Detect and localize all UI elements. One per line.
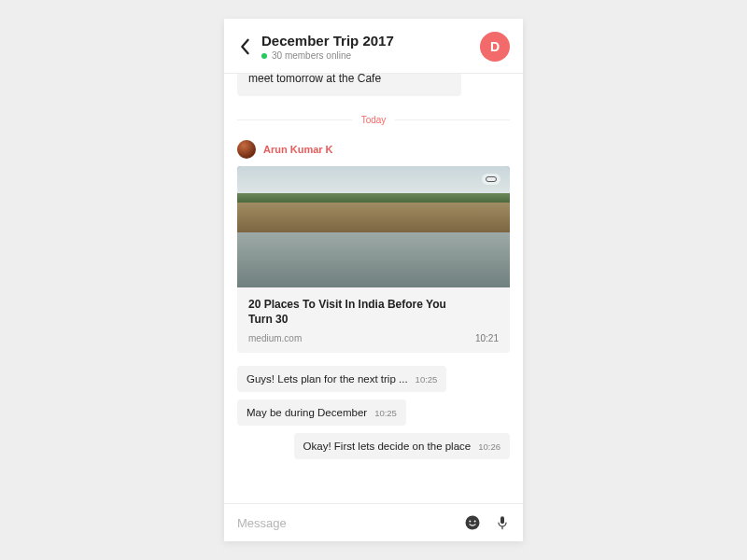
previous-message-text: meet tomorrow at the Cafe <box>248 74 381 85</box>
svg-point-2 <box>474 521 476 523</box>
smiley-icon <box>464 514 481 531</box>
message-time: 10:25 <box>374 408 397 418</box>
svg-rect-3 <box>500 516 504 524</box>
message-bubble-own[interactable]: Okay! First lets decide on the place 10:… <box>294 433 510 459</box>
message-text: May be during December <box>247 407 367 418</box>
profile-avatar[interactable]: D <box>480 32 510 62</box>
chat-subtitle: 30 members online <box>261 50 480 61</box>
link-preview-title: 20 Places To Visit In India Before You T… <box>248 297 463 329</box>
sticker-button[interactable] <box>463 513 482 532</box>
chat-title-block[interactable]: December Trip 2017 30 members online <box>261 33 480 61</box>
link-icon <box>482 174 500 185</box>
sender-avatar <box>237 140 256 159</box>
message-text: Okay! First lets decide on the place <box>303 441 472 452</box>
message-bubble[interactable]: May be during December 10:25 <box>237 399 406 426</box>
date-separator: Today <box>237 115 510 125</box>
sender-header[interactable]: Arun Kumar K <box>237 140 510 159</box>
separator-label: Today <box>352 115 396 125</box>
sender-name: Arun Kumar K <box>263 144 333 155</box>
message-row: May be during December 10:25 <box>237 399 510 426</box>
chevron-left-icon <box>239 38 250 55</box>
voice-button[interactable] <box>495 513 510 532</box>
link-preview-body: 20 Places To Visit In India Before You T… <box>237 287 510 354</box>
link-preview-card[interactable]: 20 Places To Visit In India Before You T… <box>237 166 510 354</box>
message-row: Okay! First lets decide on the place 10:… <box>237 433 510 459</box>
online-indicator-icon <box>261 53 267 59</box>
message-row: Guys! Lets plan for the next trip ... 10… <box>237 366 510 392</box>
microphone-icon <box>495 513 510 532</box>
previous-message-bubble[interactable]: Thanks for coming guys... Let's meet tom… <box>237 74 461 96</box>
message-time: 10:26 <box>478 441 500 452</box>
svg-point-1 <box>469 521 471 523</box>
message-list[interactable]: Thanks for coming guys... Let's meet tom… <box>224 74 523 503</box>
message-bubble[interactable]: Guys! Lets plan for the next trip ... 10… <box>237 366 446 392</box>
link-preview-time: 10:21 <box>475 333 499 343</box>
message-text: Guys! Lets plan for the next trip ... <box>247 373 408 385</box>
chat-title: December Trip 2017 <box>261 33 480 49</box>
chat-header: December Trip 2017 30 members online D <box>224 19 523 74</box>
link-preview-image <box>237 166 510 287</box>
message-composer <box>224 503 523 541</box>
separator-line-right <box>395 119 510 120</box>
separator-line-left <box>237 119 352 120</box>
members-online: 30 members online <box>272 50 351 61</box>
chat-screen: December Trip 2017 30 members online D T… <box>224 19 523 541</box>
message-input[interactable] <box>237 516 463 530</box>
link-preview-source: medium.com <box>248 333 499 343</box>
back-button[interactable] <box>232 34 258 60</box>
svg-point-0 <box>466 516 480 530</box>
message-time: 10:25 <box>416 374 438 385</box>
